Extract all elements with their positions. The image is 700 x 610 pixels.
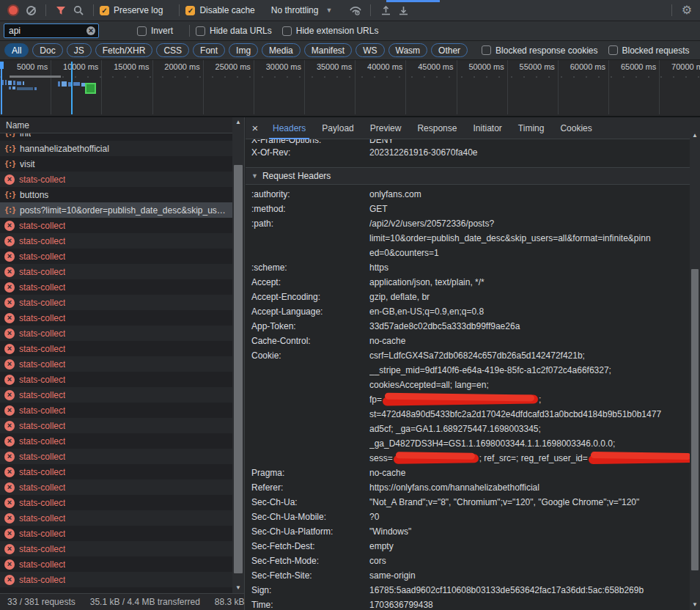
filter-pill-ws[interactable]: WS [355,43,384,57]
request-row-stats-collect[interactable]: ×stats-collect [0,387,244,403]
tab-response[interactable]: Response [409,117,465,139]
request-row-stats-collect[interactable]: ×stats-collect [0,172,244,187]
tab-preview[interactable]: Preview [362,117,410,139]
header-name: Sec-Fetch-Dest: [251,539,369,554]
settings-button[interactable]: ⚙ [678,2,696,18]
scrollbar-thumb[interactable] [234,165,243,573]
collapse-triangle-icon: ▼ [251,172,258,180]
headers-content: X-Frame-Options: DENY X-Of-Rev:202312261… [246,139,690,610]
request-row-init[interactable]: {:}init [0,133,244,141]
header-value-line: no-cache [369,466,690,480]
scroll-up-icon[interactable]: ▲ [690,131,700,141]
request-row-stats-collect[interactable]: ×stats-collect [0,310,244,326]
request-row-stats-collect[interactable]: ×stats-collect [0,495,244,510]
request-row-stats-collect[interactable]: ×stats-collect [0,526,244,541]
preserve-log-checkbox[interactable]: ✓ Preserve log [100,5,163,15]
request-row-stats-collect[interactable]: ×stats-collect [0,418,244,433]
search-button[interactable] [70,2,87,18]
header-value-line: fp=; [369,392,690,407]
filter-pill-all[interactable]: All [4,43,29,57]
request-row-stats-collect[interactable]: ×stats-collect [0,233,244,249]
scrollbar-thumb[interactable] [691,269,699,570]
checkbox-icon [282,26,292,36]
tab-payload[interactable]: Payload [314,117,361,139]
toolbar-divider [179,4,180,16]
scroll-up-icon[interactable]: ▲ [232,117,244,128]
tab-cookies[interactable]: Cookies [552,117,600,139]
tab-headers[interactable]: Headers [265,117,314,139]
filter-pill-media[interactable]: Media [262,43,301,57]
network-conditions-icon [349,5,362,15]
scroll-down-icon[interactable]: ▼ [232,583,244,593]
header-value-line: cors [369,554,690,568]
request-row-posts-limit-10-order-publish-d[interactable]: {:}posts?limit=10&order=publish_date_des… [0,202,244,218]
request-name: stats-collect [19,529,65,539]
hide-data-urls-checkbox[interactable]: Hide data URLs [196,26,272,36]
name-column-header[interactable]: Name [0,117,244,133]
clear-filter-icon[interactable]: ✕ [86,26,95,35]
request-name: stats-collect [19,575,65,585]
hide-extension-urls-checkbox[interactable]: Hide extension URLs [282,26,379,36]
request-row-stats-collect[interactable]: ×stats-collect [0,541,244,556]
request-row-stats-collect[interactable]: ×stats-collect [0,326,244,341]
invert-checkbox[interactable]: Invert [137,26,173,36]
section-header-request-headers[interactable]: ▼Request Headers [246,167,690,185]
header-value-line: _ga_D4827DS3H4=GS1.1.1698003344.1.1.1698… [369,436,690,451]
tab-timing[interactable]: Timing [510,117,553,139]
timeline-playhead[interactable] [71,62,73,114]
filter-pill-fetch-xhr[interactable]: Fetch/XHR [95,43,153,57]
request-row-stats-collect[interactable]: ×stats-collect [0,572,244,587]
export-har-button[interactable] [394,2,412,18]
request-row-stats-collect[interactable]: ×stats-collect [0,403,244,418]
waterfall-bar [58,81,60,87]
blocked-requests-checkbox[interactable]: Blocked requests [608,45,690,56]
filter-pill-doc[interactable]: Doc [32,43,62,57]
clear-button[interactable] [22,2,40,18]
tab-initiator[interactable]: Initiator [465,117,509,139]
request-row-stats-collect[interactable]: ×stats-collect [0,341,244,356]
network-overview-timeline[interactable]: 5000 ms10000 ms15000 ms20000 ms25000 ms3… [0,60,700,117]
filter-toggle-button[interactable] [52,2,70,18]
request-row-stats-collect[interactable]: ×stats-collect [0,356,244,372]
request-row-stats-collect[interactable]: ×stats-collect [0,510,244,526]
filter-pill-font[interactable]: Font [193,43,225,57]
invert-label: Invert [151,26,173,36]
throttling-dropdown[interactable]: No throttling ▼ [271,5,333,15]
filter-pill-other[interactable]: Other [431,43,468,57]
request-row-stats-collect[interactable]: ×stats-collect [0,218,244,233]
import-har-button[interactable] [377,2,394,18]
disable-cache-checkbox[interactable]: ✓ Disable cache [185,5,254,15]
request-row-stats-collect[interactable]: ×stats-collect [0,249,244,264]
filter-pill-manifest[interactable]: Manifest [304,43,352,57]
request-row-stats-collect[interactable]: ×stats-collect [0,372,244,387]
request-error-icon: × [4,282,15,293]
header-row-sign: Sign:16785:5aad9602cf110608b03133de56364… [246,583,690,598]
header-value-line: cookiesAccepted=all; lang=en; [369,378,690,392]
filter-pill-wasm[interactable]: Wasm [388,43,428,57]
filter-input[interactable] [9,26,86,36]
request-row-stats-collect[interactable]: ×stats-collect [0,295,244,310]
header-name: :authority: [251,187,369,202]
chevron-down-icon: ▼ [325,7,332,14]
details-scrollbar[interactable]: ▲ ▼ [690,131,700,610]
blocked-response-cookies-checkbox[interactable]: Blocked response cookies [482,45,597,56]
close-details-button[interactable]: × [246,122,265,134]
request-row-stats-collect[interactable]: ×stats-collect [0,279,244,295]
filter-pill-css[interactable]: CSS [156,43,189,57]
request-row-stats-collect[interactable]: ×stats-collect [0,556,244,572]
request-row-stats-collect[interactable]: ×stats-collect [0,449,244,464]
scroll-down-icon[interactable]: ▼ [690,600,700,610]
request-row-stats-collect[interactable]: ×stats-collect [0,264,244,279]
request-row-hannahelizabethofficial[interactable]: {:}hannahelizabethofficial [0,141,244,156]
filter-pill-img[interactable]: Img [229,43,258,57]
request-error-icon: × [4,328,15,339]
request-row-visit[interactable]: {:}visit [0,156,244,172]
request-row-stats-collect[interactable]: ×stats-collect [0,479,244,495]
request-list-scrollbar[interactable]: ▲ ▼ [232,117,244,593]
record-button[interactable] [4,2,22,18]
request-row-stats-collect[interactable]: ×stats-collect [0,433,244,449]
filter-pill-js[interactable]: JS [67,43,92,57]
network-conditions-button[interactable] [347,2,364,18]
request-row-stats-collect[interactable]: ×stats-collect [0,464,244,479]
request-row-buttons[interactable]: {:}buttons [0,187,244,202]
